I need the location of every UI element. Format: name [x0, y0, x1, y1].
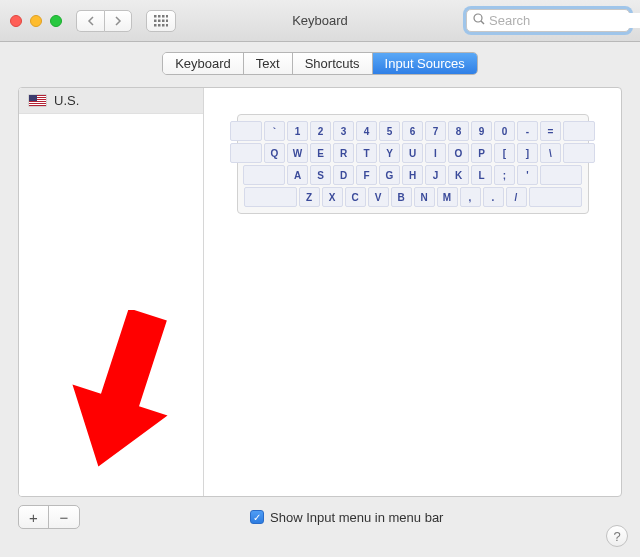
- key-modifier: [230, 121, 262, 141]
- forward-button[interactable]: [104, 10, 132, 32]
- key: D: [333, 165, 354, 185]
- footer-controls: + − ✓ Show Input menu in menu bar: [18, 505, 622, 529]
- checkbox-checked-icon[interactable]: ✓: [250, 510, 264, 524]
- tab-input-sources[interactable]: Input Sources: [373, 53, 477, 74]
- add-source-button[interactable]: +: [19, 506, 49, 528]
- key: V: [368, 187, 389, 207]
- key: ;: [494, 165, 515, 185]
- key: X: [322, 187, 343, 207]
- key: R: [333, 143, 354, 163]
- source-list[interactable]: U.S.: [19, 88, 203, 496]
- key: W: [287, 143, 308, 163]
- key: N: [414, 187, 435, 207]
- key: 5: [379, 121, 400, 141]
- minimize-icon[interactable]: [30, 15, 42, 27]
- content-area: Keyboard Text Shortcuts Input Sources U.…: [0, 42, 640, 529]
- show-input-menu-label: Show Input menu in menu bar: [270, 510, 443, 525]
- key: 0: [494, 121, 515, 141]
- close-icon[interactable]: [10, 15, 22, 27]
- window-controls: [10, 15, 62, 27]
- key: 2: [310, 121, 331, 141]
- key: Q: [264, 143, 285, 163]
- key-modifier: [244, 187, 297, 207]
- key: H: [402, 165, 423, 185]
- key: 9: [471, 121, 492, 141]
- tab-bar: Keyboard Text Shortcuts Input Sources: [0, 52, 640, 75]
- key-modifier: [540, 165, 582, 185]
- key: C: [345, 187, 366, 207]
- key: K: [448, 165, 469, 185]
- svg-line-13: [481, 21, 484, 24]
- help-button[interactable]: ?: [606, 525, 628, 547]
- search-field[interactable]: [466, 9, 630, 32]
- key: 6: [402, 121, 423, 141]
- show-input-menu-row[interactable]: ✓ Show Input menu in menu bar: [250, 510, 443, 525]
- zoom-icon[interactable]: [50, 15, 62, 27]
- key-modifier: [243, 165, 285, 185]
- key: P: [471, 143, 492, 163]
- key-modifier: [230, 143, 262, 163]
- key: .: [483, 187, 504, 207]
- key: -: [517, 121, 538, 141]
- key: 4: [356, 121, 377, 141]
- key: 8: [448, 121, 469, 141]
- key-modifier: [563, 121, 595, 141]
- tab-shortcuts[interactable]: Shortcuts: [293, 53, 373, 74]
- key: O: [448, 143, 469, 163]
- key: ]: [517, 143, 538, 163]
- keyboard-preview: `1234567890-= QWERTYUIOP[]\ ASDFGHJKL;' …: [237, 114, 589, 214]
- key: T: [356, 143, 377, 163]
- svg-point-12: [474, 14, 482, 22]
- tab-keyboard[interactable]: Keyboard: [163, 53, 244, 74]
- search-input[interactable]: [489, 13, 640, 28]
- svg-rect-11: [166, 24, 168, 27]
- keyboard-preview-area: `1234567890-= QWERTYUIOP[]\ ASDFGHJKL;' …: [204, 88, 621, 496]
- svg-rect-4: [154, 19, 157, 22]
- add-remove-group: + −: [18, 505, 80, 529]
- svg-rect-0: [154, 15, 157, 18]
- key: `: [264, 121, 285, 141]
- key: B: [391, 187, 412, 207]
- key: \: [540, 143, 561, 163]
- source-list-sidebar: U.S.: [19, 88, 204, 496]
- source-item-us[interactable]: U.S.: [19, 88, 203, 114]
- key: E: [310, 143, 331, 163]
- key: 7: [425, 121, 446, 141]
- key: /: [506, 187, 527, 207]
- svg-rect-6: [162, 19, 165, 22]
- show-all-button[interactable]: [146, 10, 176, 32]
- remove-source-button[interactable]: −: [49, 506, 79, 528]
- key: ,: [460, 187, 481, 207]
- window-title: Keyboard: [292, 13, 348, 28]
- svg-rect-9: [158, 24, 161, 27]
- us-flag-icon: [29, 95, 46, 106]
- titlebar: Keyboard: [0, 0, 640, 42]
- back-button[interactable]: [76, 10, 104, 32]
- key: ': [517, 165, 538, 185]
- key: S: [310, 165, 331, 185]
- svg-rect-7: [166, 19, 168, 22]
- tab-text[interactable]: Text: [244, 53, 293, 74]
- svg-rect-3: [166, 15, 168, 18]
- svg-rect-2: [162, 15, 165, 18]
- svg-rect-10: [162, 24, 165, 27]
- key: L: [471, 165, 492, 185]
- key: I: [425, 143, 446, 163]
- key: J: [425, 165, 446, 185]
- search-icon: [473, 13, 485, 28]
- svg-rect-5: [158, 19, 161, 22]
- key: A: [287, 165, 308, 185]
- key: Y: [379, 143, 400, 163]
- source-item-label: U.S.: [54, 93, 79, 108]
- svg-rect-8: [154, 24, 157, 27]
- key: [: [494, 143, 515, 163]
- key-modifier: [563, 143, 595, 163]
- key: 1: [287, 121, 308, 141]
- key: 3: [333, 121, 354, 141]
- key: F: [356, 165, 377, 185]
- key: =: [540, 121, 561, 141]
- nav-back-forward: [76, 10, 132, 32]
- key: G: [379, 165, 400, 185]
- key-modifier: [529, 187, 582, 207]
- key: U: [402, 143, 423, 163]
